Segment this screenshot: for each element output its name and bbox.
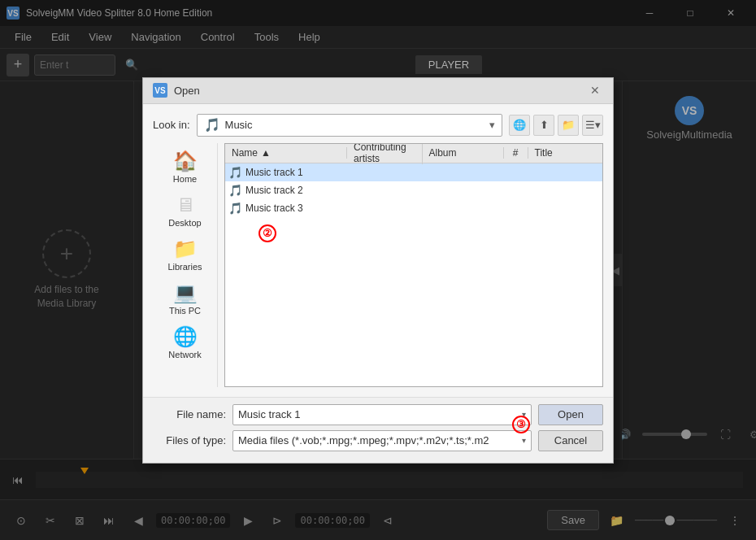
place-home[interactable]: 🏠 Home <box>156 146 214 187</box>
place-network-label: Network <box>168 350 201 359</box>
places-bar: 🏠 Home 🖥 Desktop 📁 Libraries 💻 This PC <box>153 143 218 387</box>
place-libraries[interactable]: 📁 Libraries <box>156 234 214 275</box>
dialog-title: Open <box>174 85 587 97</box>
place-this-pc[interactable]: 💻 This PC <box>156 278 214 319</box>
file-type-select[interactable]: Media files (*.vob;*.mpg;*.mpeg;*.mpv;*.… <box>232 430 532 451</box>
file-name-cell: 🎵 Music track 1 <box>225 166 347 179</box>
this-pc-icon: 💻 <box>173 281 198 304</box>
col-header-name[interactable]: Name ▲ <box>225 147 347 159</box>
col-header-num[interactable]: # <box>504 147 528 159</box>
file-name-row: File name: Music track 1 ▾ Open <box>153 404 603 425</box>
file-list-header: Name ▲ Contributing artists Album # Titl… <box>225 144 602 163</box>
col-header-title[interactable]: Title <box>528 147 603 159</box>
look-in-select[interactable]: 🎵 Music ▾ <box>197 114 502 137</box>
look-in-dropdown-arrow: ▾ <box>489 119 495 131</box>
music-file-icon: 🎵 <box>228 202 242 215</box>
dialog-footer: File name: Music track 1 ▾ Open Files of… <box>143 397 613 463</box>
file-type-label: Files of type: <box>153 434 226 446</box>
file-name-input[interactable]: Music track 1 ▾ <box>232 404 532 425</box>
nav-back-button[interactable]: 🌐 <box>509 115 530 136</box>
music-file-icon: 🎵 <box>228 184 242 197</box>
place-desktop[interactable]: 🖥 Desktop <box>156 190 214 231</box>
dialog-file-browser: 🏠 Home 🖥 Desktop 📁 Libraries 💻 This PC <box>153 143 603 387</box>
file-name-dropdown-arrow: ▾ <box>522 410 526 419</box>
file-row[interactable]: 🎵 Music track 2 <box>225 181 602 199</box>
nav-view-button[interactable]: ☰▾ <box>582 115 603 136</box>
network-icon: 🌐 <box>173 325 198 348</box>
col-header-artist[interactable]: Contributing artists <box>347 143 423 165</box>
place-libraries-label: Libraries <box>167 262 202 272</box>
dialog-close-button[interactable]: ✕ <box>587 82 603 98</box>
music-file-icon: 🎵 <box>228 166 242 179</box>
file-type-dropdown-arrow: ▾ <box>522 436 526 445</box>
file-list-scroll[interactable]: 🎵 Music track 1 🎵 Mus <box>225 163 602 387</box>
place-network[interactable]: 🌐 Network <box>156 322 214 363</box>
dialog-overlay: VS Open ✕ Look in: 🎵 Music ▾ 🌐 ⬆ 📁 ☰▾ <box>0 0 756 540</box>
home-icon: 🏠 <box>173 150 198 172</box>
open-button[interactable]: Open <box>538 404 603 425</box>
nav-up-button[interactable]: ⬆ <box>533 115 554 136</box>
file-name-cell: 🎵 Music track 3 <box>225 202 347 215</box>
desktop-icon: 🖥 <box>176 194 195 216</box>
file-type-row: Files of type: Media files (*.vob;*.mpg;… <box>153 430 603 451</box>
look-in-label: Look in: <box>153 119 190 131</box>
file-row[interactable]: 🎵 Music track 1 <box>225 163 602 181</box>
file-name-cell: 🎵 Music track 2 <box>225 184 347 197</box>
open-dialog: VS Open ✕ Look in: 🎵 Music ▾ 🌐 ⬆ 📁 ☰▾ <box>142 77 614 464</box>
look-in-row: Look in: 🎵 Music ▾ 🌐 ⬆ 📁 ☰▾ <box>153 114 603 137</box>
dialog-icon: VS <box>153 83 167 98</box>
file-list: Name ▲ Contributing artists Album # Titl… <box>224 143 603 387</box>
place-desktop-label: Desktop <box>168 218 201 228</box>
file-row[interactable]: 🎵 Music track 3 <box>225 199 602 217</box>
cancel-button[interactable]: Cancel <box>538 430 603 451</box>
col-header-album[interactable]: Album <box>423 147 504 159</box>
file-type-value: Media files (*.vob;*.mpg;*.mpeg;*.mpv;*.… <box>238 434 489 446</box>
look-in-value: Music <box>225 119 253 131</box>
dialog-body: Look in: 🎵 Music ▾ 🌐 ⬆ 📁 ☰▾ <box>143 104 613 397</box>
place-home-label: Home <box>173 174 197 184</box>
nav-folder-button[interactable]: 📁 <box>558 115 579 136</box>
look-in-toolbar: 🌐 ⬆ 📁 ☰▾ <box>509 115 603 136</box>
file-name-value: Music track 1 <box>238 408 301 420</box>
file-name-label: File name: <box>153 408 226 420</box>
place-this-pc-label: This PC <box>169 306 201 316</box>
dialog-titlebar: VS Open ✕ <box>143 78 613 104</box>
libraries-icon: 📁 <box>173 237 198 260</box>
